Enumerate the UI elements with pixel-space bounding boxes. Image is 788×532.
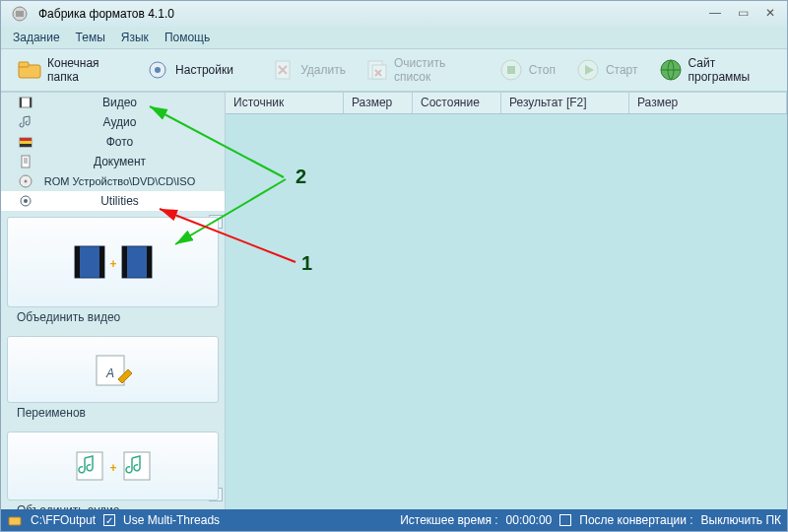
content-area: Источник Размер Состояние Результат [F2]… <box>226 93 787 509</box>
film-icon <box>19 96 33 109</box>
folder-small-icon <box>7 512 23 528</box>
title-bar: Фабрика форматов 4.1.0 — ▭ ✕ <box>1 1 787 27</box>
start-button[interactable]: Старт <box>569 55 644 85</box>
clear-list-button[interactable]: Очистить список <box>360 54 485 86</box>
rename-icon: A <box>89 350 138 389</box>
menu-help[interactable]: Помощь <box>164 31 210 44</box>
minimize-button[interactable]: — <box>704 6 726 22</box>
svg-rect-36 <box>9 517 21 525</box>
svg-point-4 <box>155 67 161 73</box>
category-list: Видео Аудио Фото Документ ROM Устройство… <box>1 93 225 211</box>
tile-rename-label: Переименов <box>7 403 219 426</box>
settings-button[interactable]: Настройки <box>139 55 239 85</box>
app-icon <box>7 1 33 27</box>
output-path[interactable]: C:\FFOutput <box>31 513 96 527</box>
col-size-out[interactable]: Размер <box>629 93 787 113</box>
menu-bar: Задание Темы Язык Помощь <box>1 27 787 48</box>
svg-rect-14 <box>30 98 32 107</box>
annotation-1: 1 <box>301 252 312 275</box>
grid-body[interactable] <box>226 114 787 509</box>
stop-button[interactable]: Стоп <box>492 55 561 85</box>
multithread-checkbox[interactable]: ✓ <box>103 514 115 526</box>
note-icon <box>19 115 33 129</box>
disc-icon <box>19 174 33 188</box>
category-audio[interactable]: Аудио <box>1 112 225 132</box>
site-button[interactable]: Сайт программы <box>652 54 778 86</box>
col-result[interactable]: Результат [F2] <box>501 93 629 113</box>
svg-rect-17 <box>20 141 32 144</box>
svg-rect-16 <box>20 138 32 141</box>
globe-icon <box>658 57 684 83</box>
folder-icon <box>17 57 42 83</box>
svg-rect-2 <box>19 62 29 67</box>
category-document-label: Документ <box>42 155 225 168</box>
svg-rect-13 <box>20 98 22 107</box>
category-video-label: Видео <box>42 96 225 109</box>
status-bar: C:\FFOutput ✓ Use Multi-Threads Истекшее… <box>1 509 787 531</box>
clear-list-label: Очистить список <box>394 56 479 84</box>
stop-icon <box>498 57 524 83</box>
annotation-2: 2 <box>296 166 306 188</box>
gear-icon <box>145 57 170 83</box>
svg-rect-25 <box>75 246 80 278</box>
doc-icon <box>19 155 33 168</box>
menu-themes[interactable]: Темы <box>76 31 105 44</box>
svg-rect-26 <box>99 246 104 278</box>
main-area: Видео Аудио Фото Документ ROM Устройство… <box>1 92 787 509</box>
sidebar: Видео Аудио Фото Документ ROM Устройство… <box>1 93 226 509</box>
category-utilities-label: Utilities <box>42 194 225 208</box>
utility-tiles: ▴ ▾ + Объединить видео <box>1 211 225 509</box>
col-state[interactable]: Состояние <box>413 93 501 113</box>
menu-language[interactable]: Язык <box>121 31 149 44</box>
category-photo[interactable]: Фото <box>1 132 225 152</box>
join-audio-icon: + <box>69 446 158 486</box>
category-video[interactable]: Видео <box>1 93 225 112</box>
grid-header: Источник Размер Состояние Результат [F2]… <box>226 93 787 114</box>
svg-rect-18 <box>20 144 32 147</box>
multithread-label[interactable]: Use Multi-Threads <box>123 513 220 527</box>
category-utilities[interactable]: Utilities <box>1 191 225 211</box>
elapsed-value: 00:00:00 <box>506 513 553 527</box>
category-document[interactable]: Документ <box>1 152 225 171</box>
svg-text:+: + <box>109 461 116 475</box>
start-label: Старт <box>606 63 638 77</box>
menu-task[interactable]: Задание <box>13 31 60 44</box>
tile-join-audio-label: Объединить аудио <box>7 500 219 509</box>
svg-rect-9 <box>507 66 515 74</box>
site-label: Сайт программы <box>689 56 772 84</box>
window-title: Фабрика форматов 4.1.0 <box>38 7 174 21</box>
svg-rect-29 <box>147 246 152 278</box>
output-folder-button[interactable]: Конечная папка <box>11 54 131 86</box>
tile-join-audio[interactable]: + <box>7 432 219 500</box>
category-rom[interactable]: ROM Устройство\DVD\CD\ISO <box>1 171 225 191</box>
svg-text:+: + <box>109 257 116 271</box>
app-window: Фабрика форматов 4.1.0 — ▭ ✕ Задание Тем… <box>0 0 788 532</box>
svg-text:A: A <box>104 366 113 380</box>
col-size-in[interactable]: Размер <box>344 93 413 113</box>
play-icon <box>575 57 601 83</box>
elapsed-label: Истекшее время : <box>400 513 497 527</box>
maximize-button[interactable]: ▭ <box>732 6 754 22</box>
after-conv-value[interactable]: Выключить ПК <box>701 513 781 527</box>
clear-icon <box>365 57 389 83</box>
after-conv-checkbox[interactable] <box>559 514 571 526</box>
delete-button[interactable]: Удалить <box>264 55 352 85</box>
delete-icon <box>270 57 296 83</box>
delete-label: Удалить <box>300 63 346 77</box>
category-rom-label: ROM Устройство\DVD\CD\ISO <box>42 175 225 187</box>
svg-point-21 <box>25 180 28 183</box>
close-button[interactable]: ✕ <box>759 6 781 22</box>
svg-rect-19 <box>22 156 30 167</box>
svg-point-23 <box>24 199 28 203</box>
output-folder-label: Конечная папка <box>47 56 125 84</box>
tile-rename[interactable]: A <box>7 336 219 403</box>
toolbar: Конечная папка Настройки Удалить Очистит… <box>1 48 787 92</box>
tile-join-video[interactable]: + <box>7 217 219 307</box>
settings-label: Настройки <box>175 63 233 77</box>
join-video-icon: + <box>69 240 158 284</box>
gear-small-icon <box>19 194 33 208</box>
col-source[interactable]: Источник <box>226 93 344 113</box>
stop-label: Стоп <box>529 63 556 77</box>
photo-icon <box>19 135 33 149</box>
after-conv-label: После конвертации : <box>579 513 692 527</box>
